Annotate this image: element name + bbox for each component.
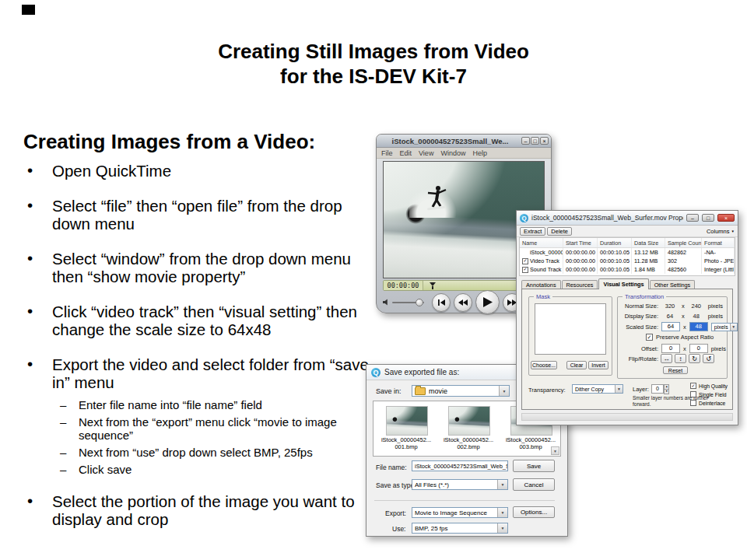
dropdown-arrow-icon[interactable]: ▼: [497, 480, 507, 489]
layer-spinner[interactable]: ▲ ▼: [664, 384, 669, 394]
single-field-checkbox[interactable]: [690, 391, 696, 397]
flip-horizontal-icon[interactable]: ↔: [661, 354, 672, 363]
column-header[interactable]: Format: [702, 238, 735, 247]
menu-window[interactable]: Window: [440, 149, 465, 157]
cell: 302: [665, 257, 702, 265]
scaled-unit-dropdown[interactable]: pixels ▼: [711, 323, 738, 331]
close-icon[interactable]: ×: [540, 137, 549, 145]
options-button[interactable]: Options...: [513, 506, 555, 518]
file-name-input[interactable]: iStock_000004527523Small_Web_Surfer.mov: [412, 460, 508, 471]
cell: -NA-: [702, 248, 735, 257]
reset-button[interactable]: Reset: [663, 366, 688, 374]
file-thumbnail[interactable]: [386, 406, 428, 436]
column-header[interactable]: Name: [520, 238, 563, 247]
track-checkbox[interactable]: ✓: [522, 267, 528, 273]
use-dropdown[interactable]: BMP, 25 fps ▼: [412, 523, 508, 534]
track-checkbox[interactable]: ✓: [522, 258, 528, 264]
dropdown-arrow-icon[interactable]: ▼: [497, 508, 507, 517]
column-header[interactable]: Data Size: [632, 238, 665, 247]
scaled-size-label: Scaled Size:: [621, 324, 658, 331]
layer-input[interactable]: 0: [651, 384, 664, 394]
export-label: Export:: [385, 509, 406, 517]
export-dropdown[interactable]: Movie to Image Sequence ▼: [412, 507, 508, 518]
dropdown-arrow-icon[interactable]: ▼: [615, 385, 622, 393]
deinterlace-label: Deinterlace: [699, 401, 725, 406]
extract-button[interactable]: Extract: [520, 227, 545, 236]
table-row[interactable]: ✓Sound Track 00:00:00.00 00:00:10.05 1.8…: [520, 265, 735, 274]
flip-rotate-label: Flip/Rotate:: [621, 355, 658, 362]
high-quality-checkbox[interactable]: ✓: [690, 383, 696, 389]
player-title-bar[interactable]: iStock_000004527523Small_We... – □ ×: [377, 135, 551, 148]
sub-list-item: Enter file name into “file name” field: [54, 398, 372, 411]
flip-vertical-icon[interactable]: ↕: [675, 354, 686, 363]
spinner-down-icon[interactable]: ▼: [664, 390, 669, 394]
preserve-aspect-checkbox[interactable]: ✓: [646, 334, 653, 341]
playhead-icon[interactable]: [430, 282, 436, 289]
columns-button[interactable]: Columns ▼: [707, 228, 735, 235]
unit-label: pixels: [708, 303, 723, 310]
column-header[interactable]: Sample Count: [665, 238, 702, 247]
rewind-button[interactable]: [454, 293, 472, 312]
file-caption[interactable]: iStock_00000452... 001.bmp: [375, 436, 437, 450]
scrollbar-down-icon[interactable]: ▼: [551, 446, 559, 455]
clear-button[interactable]: Clear: [566, 361, 587, 369]
play-button[interactable]: [475, 290, 500, 314]
transparency-dropdown[interactable]: Dither Copy ▼: [572, 384, 623, 394]
speaker-icon[interactable]: [383, 299, 390, 306]
x-separator: x: [682, 303, 685, 310]
folder-icon: [415, 387, 426, 395]
skip-start-button[interactable]: [432, 293, 451, 312]
rotate-ccw-icon[interactable]: ↺: [703, 354, 714, 363]
table-header-row[interactable]: Name Start Time Duration Data Size Sampl…: [520, 238, 735, 248]
close-icon[interactable]: ×: [717, 214, 735, 222]
scaled-width-input[interactable]: 64: [661, 322, 680, 331]
menu-file[interactable]: File: [381, 149, 393, 157]
volume-slider[interactable]: [392, 302, 424, 303]
file-caption[interactable]: iStock_00000452... 002.bmp: [437, 436, 500, 450]
save-as-type-dropdown[interactable]: All Files (*.*) ▼: [412, 479, 508, 490]
spinner-up-icon[interactable]: ▲: [664, 384, 669, 390]
properties-title-bar[interactable]: Q iStock_000004527523Small_Web_Surfer.mo…: [517, 211, 738, 226]
x-separator: x: [683, 324, 686, 331]
tab-visual-settings[interactable]: Visual Settings: [598, 278, 648, 289]
menu-help[interactable]: Help: [472, 149, 487, 157]
scaled-height-input[interactable]: 48: [689, 322, 708, 331]
bullet-text: Select “window” from the drop down menu …: [52, 250, 351, 286]
offset-x-input[interactable]: 0: [661, 344, 680, 353]
track-name: Sound Track: [530, 266, 561, 273]
minimize-icon[interactable]: –: [686, 214, 699, 222]
x-separator: x: [682, 313, 685, 320]
choose-button[interactable]: Choose...: [531, 361, 557, 369]
list-item: Select “window” from the drop down menu …: [23, 250, 372, 286]
save-button[interactable]: Save: [513, 460, 555, 472]
column-header[interactable]: Start Time: [563, 238, 598, 247]
export-value: Movie to Image Sequence: [415, 509, 487, 516]
delete-button[interactable]: Delete: [547, 227, 572, 236]
menu-view[interactable]: View: [419, 149, 433, 157]
display-height: 48: [688, 313, 705, 320]
save-in-dropdown[interactable]: movie ▼: [412, 385, 510, 397]
maximize-icon[interactable]: □: [702, 214, 714, 222]
table-row[interactable]: iStock_00000... 00:00:00.00 00:00:10.05 …: [520, 248, 735, 257]
rotate-cw-icon[interactable]: ↻: [689, 354, 700, 363]
menu-edit[interactable]: Edit: [400, 149, 412, 157]
dropdown-arrow-icon[interactable]: ▼: [497, 523, 507, 533]
volume-knob[interactable]: [416, 299, 423, 306]
deinterlace-checkbox[interactable]: [690, 400, 696, 406]
dropdown-arrow-icon[interactable]: ▼: [730, 324, 737, 331]
minimize-icon[interactable]: –: [521, 137, 530, 145]
cancel-button[interactable]: Cancel: [513, 478, 555, 491]
divider: [374, 500, 555, 501]
list-item: Open QuickTime: [23, 162, 372, 180]
invert-button[interactable]: Invert: [588, 361, 608, 369]
cell: Photo - JPEG: [702, 257, 735, 265]
scaled-unit-value: pixels: [714, 324, 728, 330]
table-row[interactable]: ✓Video Track 00:00:00.00 00:00:10.05 11.…: [520, 257, 735, 265]
file-thumbnail[interactable]: [448, 406, 490, 436]
dropdown-arrow-icon[interactable]: ▼: [499, 386, 509, 396]
save-as-type-value: All Files (*.*): [415, 481, 449, 488]
column-header[interactable]: Duration: [598, 238, 632, 247]
maximize-icon[interactable]: □: [531, 137, 539, 145]
offset-y-input[interactable]: 0: [689, 344, 708, 353]
high-quality-label: High Quality: [699, 383, 728, 389]
